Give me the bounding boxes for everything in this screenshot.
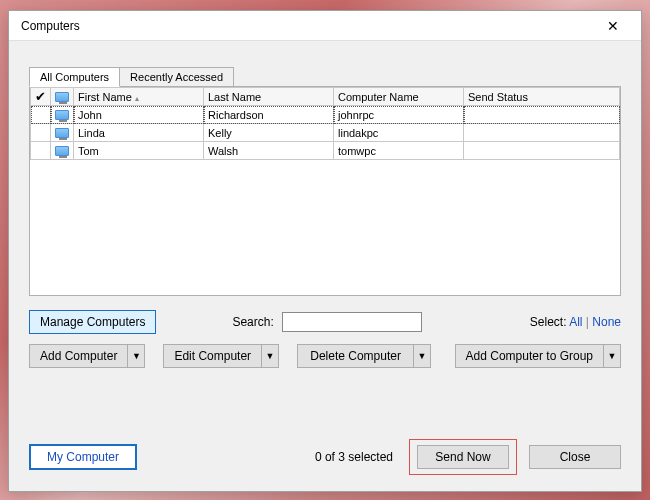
- table-row[interactable]: Tom Walsh tomwpc: [31, 142, 620, 160]
- tabstrip: All Computers Recently Accessed: [29, 67, 621, 87]
- row-check[interactable]: [31, 106, 51, 124]
- row-check[interactable]: [31, 142, 51, 160]
- select-none-link[interactable]: None: [592, 315, 621, 329]
- cell-first-name: Tom: [74, 142, 204, 160]
- sort-asc-icon: ▴: [135, 94, 139, 103]
- selection-status: 0 of 3 selected: [315, 450, 393, 464]
- column-first-name[interactable]: First Name ▴: [74, 88, 204, 106]
- add-computer-dropdown[interactable]: ▼: [127, 344, 145, 368]
- close-icon[interactable]: ✕: [593, 12, 633, 40]
- search-input[interactable]: [282, 312, 422, 332]
- select-all-link[interactable]: All: [569, 315, 582, 329]
- computers-dialog: Computers ✕ All Computers Recently Acces…: [8, 10, 642, 492]
- table-row[interactable]: John Richardson johnrpc: [31, 106, 620, 124]
- row-check[interactable]: [31, 124, 51, 142]
- titlebar: Computers ✕: [9, 11, 641, 41]
- cell-computer-name: tomwpc: [334, 142, 464, 160]
- add-to-group-button[interactable]: Add Computer to Group: [455, 344, 603, 368]
- select-controls: Select: All | None: [530, 315, 621, 329]
- window-title: Computers: [21, 19, 593, 33]
- add-to-group-split: Add Computer to Group ▼: [455, 344, 621, 368]
- computers-table-panel: ✔ First Name ▴ Last Name Computer Name S…: [29, 86, 621, 296]
- tab-recently-accessed[interactable]: Recently Accessed: [119, 67, 234, 87]
- cell-last-name: Kelly: [204, 124, 334, 142]
- column-icon[interactable]: [51, 88, 74, 106]
- close-button[interactable]: Close: [529, 445, 621, 469]
- column-last-name[interactable]: Last Name: [204, 88, 334, 106]
- search-label: Search:: [232, 315, 273, 329]
- cell-computer-name: johnrpc: [334, 106, 464, 124]
- monitor-icon: [55, 110, 69, 120]
- add-computer-button[interactable]: Add Computer: [29, 344, 127, 368]
- cell-send-status: [464, 142, 620, 160]
- delete-computer-dropdown[interactable]: ▼: [413, 344, 431, 368]
- monitor-icon: [55, 128, 69, 138]
- search-select-row: Manage Computers Search: Select: All | N…: [29, 310, 621, 334]
- column-check[interactable]: ✔: [31, 88, 51, 106]
- monitor-icon: [55, 146, 69, 156]
- add-to-group-dropdown[interactable]: ▼: [603, 344, 621, 368]
- add-computer-split: Add Computer ▼: [29, 344, 145, 368]
- cell-first-name: John: [74, 106, 204, 124]
- column-send-status[interactable]: Send Status: [464, 88, 620, 106]
- checkmark-icon: ✔: [35, 89, 46, 104]
- monitor-icon: [55, 92, 69, 102]
- cell-send-status: [464, 124, 620, 142]
- row-icon: [51, 106, 74, 124]
- cell-first-name: Linda: [74, 124, 204, 142]
- edit-computer-dropdown[interactable]: ▼: [261, 344, 279, 368]
- send-now-button[interactable]: Send Now: [417, 445, 509, 469]
- footer-row: My Computer 0 of 3 selected Send Now Clo…: [29, 417, 621, 475]
- send-now-highlight: Send Now: [409, 439, 517, 475]
- edit-computer-button[interactable]: Edit Computer: [163, 344, 261, 368]
- table-row[interactable]: Linda Kelly lindakpc: [31, 124, 620, 142]
- my-computer-button[interactable]: My Computer: [29, 444, 137, 470]
- computers-table: ✔ First Name ▴ Last Name Computer Name S…: [30, 87, 620, 160]
- cell-last-name: Richardson: [204, 106, 334, 124]
- row-icon: [51, 124, 74, 142]
- manage-computers-button[interactable]: Manage Computers: [29, 310, 156, 334]
- row-icon: [51, 142, 74, 160]
- edit-computer-split: Edit Computer ▼: [163, 344, 279, 368]
- cell-computer-name: lindakpc: [334, 124, 464, 142]
- action-buttons-row: Add Computer ▼ Edit Computer ▼ Delete Co…: [29, 344, 621, 368]
- cell-last-name: Walsh: [204, 142, 334, 160]
- delete-computer-button[interactable]: Delete Computer: [297, 344, 413, 368]
- column-computer-name[interactable]: Computer Name: [334, 88, 464, 106]
- tab-all-computers[interactable]: All Computers: [29, 67, 120, 87]
- delete-computer-split: Delete Computer ▼: [297, 344, 431, 368]
- dialog-body: All Computers Recently Accessed ✔ First …: [9, 41, 641, 491]
- cell-send-status: [464, 106, 620, 124]
